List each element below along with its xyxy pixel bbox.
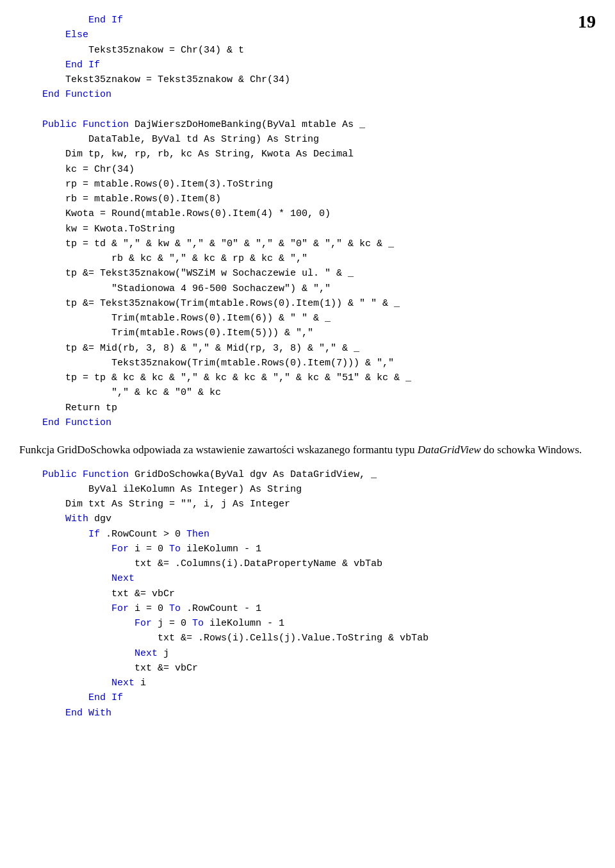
- prose-paragraph: Funkcja GridDoSchowka odpowiada za wstaw…: [19, 442, 596, 458]
- code-block-2: Public Function GridDoSchowka(ByVal dgv …: [19, 467, 596, 721]
- code-block-1: End If Else Tekst35znakow = Chr(34) & t …: [19, 13, 596, 430]
- prose-italic: DataGridView: [418, 444, 481, 456]
- code-section-2: Public Function GridDoSchowka(ByVal dgv …: [19, 467, 596, 721]
- page-number: 19: [578, 12, 596, 32]
- code-section-1: End If Else Tekst35znakow = Chr(34) & t …: [19, 13, 596, 430]
